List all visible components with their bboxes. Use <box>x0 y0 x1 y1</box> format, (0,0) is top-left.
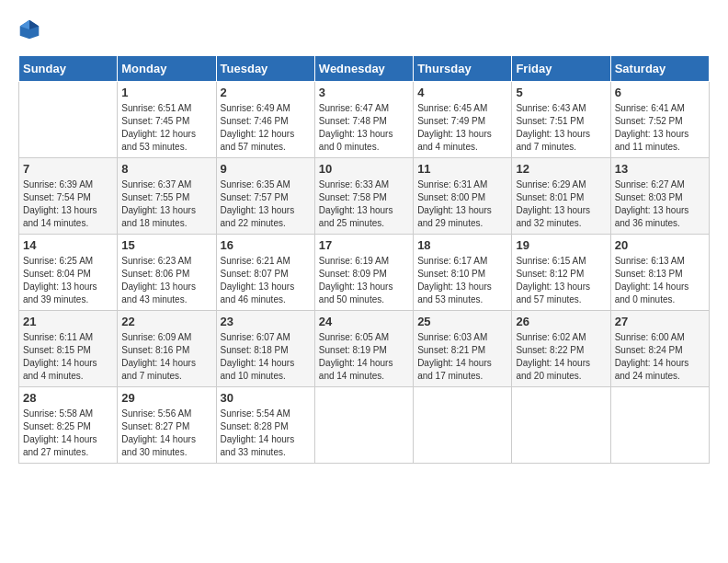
calendar-cell: 10Sunrise: 6:33 AMSunset: 7:58 PMDayligh… <box>314 158 413 235</box>
day-number: 24 <box>319 315 409 328</box>
day-number: 30 <box>221 391 311 405</box>
calendar-cell: 15Sunrise: 6:23 AMSunset: 8:06 PMDayligh… <box>118 235 216 311</box>
day-number: 9 <box>221 162 311 176</box>
calendar-cell: 29Sunrise: 5:56 AMSunset: 8:27 PMDayligh… <box>118 387 216 464</box>
day-info: Sunrise: 6:29 AMSunset: 8:01 PMDaylight:… <box>516 178 606 230</box>
day-info: Sunrise: 6:51 AMSunset: 7:45 PMDaylight:… <box>121 102 211 154</box>
day-info: Sunrise: 6:41 AMSunset: 7:52 PMDaylight:… <box>615 102 705 154</box>
calendar-cell: 1Sunrise: 6:51 AMSunset: 7:45 PMDaylight… <box>118 82 216 158</box>
calendar-week-row: 21Sunrise: 6:11 AMSunset: 8:15 PMDayligh… <box>19 311 710 387</box>
day-number: 8 <box>121 162 211 176</box>
day-info: Sunrise: 5:56 AMSunset: 8:27 PMDaylight:… <box>121 408 211 459</box>
logo <box>18 18 44 40</box>
calendar-cell: 14Sunrise: 6:25 AMSunset: 8:04 PMDayligh… <box>19 235 118 311</box>
day-info: Sunrise: 6:02 AMSunset: 8:22 PMDaylight:… <box>516 331 606 383</box>
calendar-cell: 25Sunrise: 6:03 AMSunset: 8:21 PMDayligh… <box>414 311 512 387</box>
calendar-cell: 11Sunrise: 6:31 AMSunset: 8:00 PMDayligh… <box>414 158 512 235</box>
calendar-week-row: 14Sunrise: 6:25 AMSunset: 8:04 PMDayligh… <box>19 235 710 311</box>
day-info: Sunrise: 6:27 AMSunset: 8:03 PMDaylight:… <box>615 178 705 230</box>
day-header-sunday: Sunday <box>19 56 118 82</box>
calendar-cell: 26Sunrise: 6:02 AMSunset: 8:22 PMDayligh… <box>512 311 610 387</box>
day-info: Sunrise: 6:17 AMSunset: 8:10 PMDaylight:… <box>417 255 507 306</box>
day-info: Sunrise: 6:05 AMSunset: 8:19 PMDaylight:… <box>319 331 409 383</box>
day-number: 22 <box>121 315 211 328</box>
calendar-cell: 6Sunrise: 6:41 AMSunset: 7:52 PMDaylight… <box>610 82 709 158</box>
calendar-cell: 3Sunrise: 6:47 AMSunset: 7:48 PMDaylight… <box>314 82 413 158</box>
calendar-cell: 27Sunrise: 6:00 AMSunset: 8:24 PMDayligh… <box>610 311 709 387</box>
day-info: Sunrise: 6:49 AMSunset: 7:46 PMDaylight:… <box>221 102 311 154</box>
day-info: Sunrise: 6:13 AMSunset: 8:13 PMDaylight:… <box>615 255 705 306</box>
calendar-cell: 28Sunrise: 5:58 AMSunset: 8:25 PMDayligh… <box>19 387 118 464</box>
calendar-cell <box>610 387 709 464</box>
day-info: Sunrise: 6:23 AMSunset: 8:06 PMDaylight:… <box>121 255 211 306</box>
day-number: 19 <box>516 238 606 252</box>
day-info: Sunrise: 6:21 AMSunset: 8:07 PMDaylight:… <box>221 255 311 306</box>
calendar-cell: 30Sunrise: 5:54 AMSunset: 8:28 PMDayligh… <box>216 387 314 464</box>
day-info: Sunrise: 5:54 AMSunset: 8:28 PMDaylight:… <box>221 408 311 459</box>
day-number: 1 <box>121 86 211 99</box>
calendar-cell: 19Sunrise: 6:15 AMSunset: 8:12 PMDayligh… <box>512 235 610 311</box>
day-header-tuesday: Tuesday <box>216 56 314 82</box>
calendar-cell: 16Sunrise: 6:21 AMSunset: 8:07 PMDayligh… <box>216 235 314 311</box>
day-header-saturday: Saturday <box>610 56 709 82</box>
day-info: Sunrise: 6:19 AMSunset: 8:09 PMDaylight:… <box>319 255 409 306</box>
calendar-cell: 18Sunrise: 6:17 AMSunset: 8:10 PMDayligh… <box>414 235 512 311</box>
calendar-header-row: SundayMondayTuesdayWednesdayThursdayFrid… <box>19 56 710 82</box>
day-number: 16 <box>221 238 311 252</box>
calendar-cell: 7Sunrise: 6:39 AMSunset: 7:54 PMDaylight… <box>19 158 118 235</box>
day-number: 18 <box>417 238 507 252</box>
day-number: 5 <box>516 86 606 99</box>
day-number: 26 <box>516 315 606 328</box>
day-number: 11 <box>417 162 507 176</box>
day-info: Sunrise: 5:58 AMSunset: 8:25 PMDaylight:… <box>23 408 113 459</box>
calendar-cell: 21Sunrise: 6:11 AMSunset: 8:15 PMDayligh… <box>19 311 118 387</box>
day-number: 10 <box>319 162 409 176</box>
calendar-cell: 24Sunrise: 6:05 AMSunset: 8:19 PMDayligh… <box>314 311 413 387</box>
day-info: Sunrise: 6:11 AMSunset: 8:15 PMDaylight:… <box>23 331 113 383</box>
day-number: 7 <box>23 162 113 176</box>
calendar-week-row: 28Sunrise: 5:58 AMSunset: 8:25 PMDayligh… <box>19 387 710 464</box>
day-info: Sunrise: 6:33 AMSunset: 7:58 PMDaylight:… <box>319 178 409 230</box>
calendar-cell <box>512 387 610 464</box>
day-info: Sunrise: 6:03 AMSunset: 8:21 PMDaylight:… <box>417 331 507 383</box>
day-number: 20 <box>615 238 705 252</box>
day-header-monday: Monday <box>118 56 216 82</box>
day-number: 15 <box>121 238 211 252</box>
day-number: 14 <box>23 238 113 252</box>
day-info: Sunrise: 6:00 AMSunset: 8:24 PMDaylight:… <box>615 331 705 383</box>
calendar-table: SundayMondayTuesdayWednesdayThursdayFrid… <box>18 55 710 464</box>
day-header-friday: Friday <box>512 56 610 82</box>
calendar-cell: 20Sunrise: 6:13 AMSunset: 8:13 PMDayligh… <box>610 235 709 311</box>
day-number: 12 <box>516 162 606 176</box>
day-number: 27 <box>615 315 705 328</box>
calendar-cell: 12Sunrise: 6:29 AMSunset: 8:01 PMDayligh… <box>512 158 610 235</box>
calendar-cell: 2Sunrise: 6:49 AMSunset: 7:46 PMDaylight… <box>216 82 314 158</box>
day-number: 28 <box>23 391 113 405</box>
calendar-cell <box>414 387 512 464</box>
day-header-wednesday: Wednesday <box>314 56 413 82</box>
day-info: Sunrise: 6:15 AMSunset: 8:12 PMDaylight:… <box>516 255 606 306</box>
day-info: Sunrise: 6:07 AMSunset: 8:18 PMDaylight:… <box>221 331 311 383</box>
calendar-cell: 5Sunrise: 6:43 AMSunset: 7:51 PMDaylight… <box>512 82 610 158</box>
day-info: Sunrise: 6:37 AMSunset: 7:55 PMDaylight:… <box>121 178 211 230</box>
day-info: Sunrise: 6:31 AMSunset: 8:00 PMDaylight:… <box>417 178 507 230</box>
calendar-cell: 13Sunrise: 6:27 AMSunset: 8:03 PMDayligh… <box>610 158 709 235</box>
calendar-cell: 9Sunrise: 6:35 AMSunset: 7:57 PMDaylight… <box>216 158 314 235</box>
day-info: Sunrise: 6:43 AMSunset: 7:51 PMDaylight:… <box>516 102 606 154</box>
day-number: 4 <box>417 86 507 99</box>
calendar-cell: 22Sunrise: 6:09 AMSunset: 8:16 PMDayligh… <box>118 311 216 387</box>
calendar-cell: 17Sunrise: 6:19 AMSunset: 8:09 PMDayligh… <box>314 235 413 311</box>
calendar-cell: 23Sunrise: 6:07 AMSunset: 8:18 PMDayligh… <box>216 311 314 387</box>
day-info: Sunrise: 6:09 AMSunset: 8:16 PMDaylight:… <box>121 331 211 383</box>
calendar-cell <box>19 82 118 158</box>
calendar-week-row: 1Sunrise: 6:51 AMSunset: 7:45 PMDaylight… <box>19 82 710 158</box>
day-header-thursday: Thursday <box>414 56 512 82</box>
day-info: Sunrise: 6:47 AMSunset: 7:48 PMDaylight:… <box>319 102 409 154</box>
day-info: Sunrise: 6:39 AMSunset: 7:54 PMDaylight:… <box>23 178 113 230</box>
day-number: 23 <box>221 315 311 328</box>
logo-icon <box>18 18 40 40</box>
day-info: Sunrise: 6:25 AMSunset: 8:04 PMDaylight:… <box>23 255 113 306</box>
calendar-cell: 8Sunrise: 6:37 AMSunset: 7:55 PMDaylight… <box>118 158 216 235</box>
calendar-week-row: 7Sunrise: 6:39 AMSunset: 7:54 PMDaylight… <box>19 158 710 235</box>
day-number: 2 <box>221 86 311 99</box>
